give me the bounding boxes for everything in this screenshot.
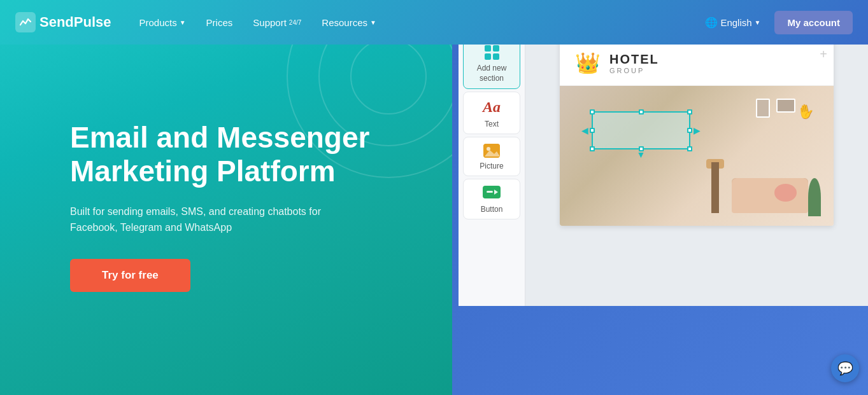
wall-picture-1 <box>776 99 795 113</box>
sidebar-add-section[interactable]: Add newsection <box>463 38 520 89</box>
editor-body: Add newsection Aa Text <box>459 32 868 306</box>
chat-icon: 💬 <box>837 361 853 376</box>
right-panel: Hotel Feedback Request Saved 10 sec. ago… <box>452 0 868 395</box>
editor-sidebar: Add newsection Aa Text <box>459 32 525 306</box>
logo: SendPulse <box>15 12 111 32</box>
selection-handle-lm[interactable] <box>590 128 595 133</box>
hero-title: Email and Messenger Marketing Platform <box>70 121 369 188</box>
button-label: Button <box>481 205 503 214</box>
hero-subtitle: Built for sending emails, SMS, and creat… <box>70 204 369 236</box>
picture-icon <box>483 144 500 158</box>
text-icon: Aa <box>483 99 501 116</box>
language-selector[interactable]: 🌐 English ▼ <box>699 13 767 32</box>
svg-rect-4 <box>487 191 493 193</box>
circle-3 <box>350 38 427 114</box>
nav-links: Products ▼ Prices Support24/7 Resources … <box>130 12 699 33</box>
plant <box>808 178 821 216</box>
hero-content: Email and Messenger Marketing Platform B… <box>70 121 369 292</box>
nav-prices[interactable]: Prices <box>197 12 242 33</box>
nav-support[interactable]: Support24/7 <box>244 12 310 33</box>
cursor-hand: ✋ <box>796 102 816 121</box>
add-column-button[interactable]: + <box>820 47 827 62</box>
sidebar-button[interactable]: Button <box>463 179 520 219</box>
navbar: SendPulse Products ▼ Prices Support24/7 … <box>0 0 868 45</box>
selection-handle-tl[interactable] <box>590 109 595 114</box>
button-icon <box>483 186 501 201</box>
nav-products[interactable]: Products ▼ <box>130 12 194 33</box>
my-account-button[interactable]: My account <box>774 11 853 34</box>
try-for-free-button[interactable]: Try for free <box>70 259 190 292</box>
logo-icon <box>15 12 36 32</box>
sidebar-text[interactable]: Aa Text <box>463 92 520 134</box>
cushion <box>774 184 797 202</box>
globe-icon: 🌐 <box>705 17 718 29</box>
picture-label: Picture <box>480 162 503 170</box>
hotel-name: HOTEL <box>609 52 659 67</box>
text-label: Text <box>485 120 499 128</box>
nav-right: 🌐 English ▼ My account <box>699 11 853 34</box>
email-preview: 👑 HOTEL GROUP + <box>560 38 834 226</box>
hotel-name-group: HOTEL GROUP <box>609 52 659 74</box>
grid-icon <box>485 45 499 60</box>
hotel-header: 👑 HOTEL GROUP + <box>560 38 834 86</box>
selection-handle-rm[interactable] <box>687 128 692 133</box>
hotel-group: GROUP <box>609 67 659 74</box>
chat-button[interactable]: 💬 <box>831 354 859 382</box>
selection-handle-br[interactable] <box>687 146 692 151</box>
crown-icon: 👑 <box>575 51 601 75</box>
selection-handle-tr[interactable] <box>687 109 692 114</box>
sofa <box>732 178 808 213</box>
selection-handle-tm[interactable] <box>639 109 644 114</box>
sidebar-picture[interactable]: Picture <box>463 137 520 176</box>
hero-section: Email and Messenger Marketing Platform B… <box>0 0 452 395</box>
selection-arrow-right: ▶ <box>694 125 701 135</box>
lamp <box>711 162 719 213</box>
add-section-label: Add newsection <box>477 64 507 83</box>
room-image <box>560 86 834 226</box>
selection-arrow-bottom: ▼ <box>637 149 646 160</box>
editor-main: 👑 HOTEL GROUP + <box>525 32 868 306</box>
selection-handle-bl[interactable] <box>590 146 595 151</box>
wall-picture-2 <box>756 99 770 118</box>
nav-resources[interactable]: Resources ▼ <box>313 12 385 33</box>
chevron-down-icon: ▼ <box>180 19 186 26</box>
chevron-down-icon: ▼ <box>370 19 376 26</box>
selection-arrow-left: ◀ <box>581 125 588 135</box>
chevron-down-icon: ▼ <box>755 19 761 26</box>
selection-box[interactable]: ◀ ▶ ▼ <box>592 111 690 149</box>
email-image-area: ◀ ▶ ▼ ✋ <box>560 86 834 226</box>
